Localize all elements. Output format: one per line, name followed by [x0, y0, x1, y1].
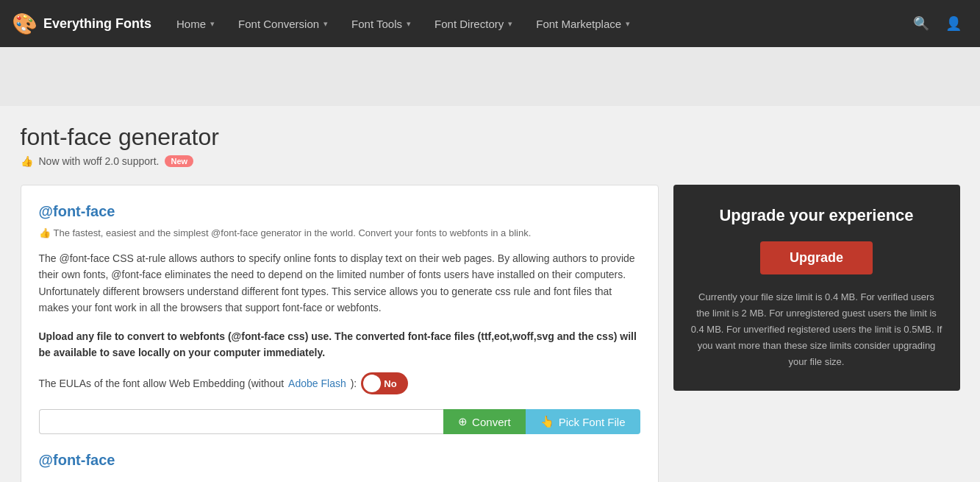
pick-font-icon: 👆: [540, 415, 554, 428]
nav-font-conversion-chevron: ▾: [323, 19, 328, 29]
convert-plus-icon: ⊕: [458, 415, 468, 428]
nav-font-directory-label: Font Directory: [434, 18, 504, 30]
navbar: 🎨 Everything Fonts Home ▾ Font Conversio…: [0, 0, 980, 47]
main-panel: @font-face 👍 The fastest, easiest and th…: [21, 185, 659, 482]
nav-font-marketplace-chevron: ▾: [626, 19, 630, 29]
nav-home-label: Home: [176, 18, 206, 30]
main-container: font-face generator 👍 Now with woff 2.0 …: [9, 106, 972, 482]
page-title: font-face generator: [21, 124, 960, 151]
subtitle-row: 👍 Now with woff 2.0 support. New: [21, 155, 960, 167]
thumb-icon: 👍: [21, 155, 33, 167]
brand-name: Everything Fonts: [43, 16, 151, 32]
upload-notice-bold: Upload any file to convert to webfonts (…: [39, 330, 637, 358]
eula-text-before: The EULAs of the font allow Web Embeddin…: [39, 378, 285, 389]
upload-notice: Upload any file to convert to webfonts (…: [39, 328, 640, 361]
description: The @font-face CSS at-rule allows author…: [39, 250, 640, 316]
pick-font-button[interactable]: 👆 Pick Font File: [526, 409, 640, 434]
nav-font-directory[interactable]: Font Directory ▾: [424, 0, 523, 47]
toggle-knob: [363, 375, 381, 392]
brand-logo[interactable]: 🎨 Everything Fonts: [12, 12, 151, 36]
upgrade-title: Upgrade your experience: [691, 205, 943, 227]
user-button[interactable]: 👤: [939, 9, 968, 38]
nav-font-conversion[interactable]: Font Conversion ▾: [228, 0, 338, 47]
search-button[interactable]: 🔍: [906, 9, 936, 38]
tagline: 👍 The fastest, easiest and the simplest …: [39, 227, 640, 238]
user-icon: 👤: [945, 15, 962, 32]
nav-font-tools-label: Font Tools: [351, 18, 402, 30]
nav-home-chevron: ▾: [210, 19, 215, 29]
nav-font-directory-chevron: ▾: [508, 19, 512, 29]
subtitle-text: Now with woff 2.0 support.: [39, 155, 160, 167]
eula-toggle[interactable]: No: [361, 372, 408, 394]
nav-font-tools-chevron: ▾: [407, 19, 411, 29]
tagline-icon: 👍: [39, 227, 51, 238]
font-face-heading: @font-face: [39, 203, 640, 220]
toggle-label: No: [384, 378, 396, 389]
search-icon: 🔍: [913, 15, 929, 32]
convert-label: Convert: [472, 416, 511, 428]
banner: [0, 47, 980, 106]
nav-font-marketplace-label: Font Marketplace: [536, 18, 621, 30]
convert-button[interactable]: ⊕ Convert: [443, 409, 526, 434]
nav-font-marketplace[interactable]: Font Marketplace ▾: [526, 0, 640, 47]
font-url-input[interactable]: [39, 409, 444, 434]
upgrade-button[interactable]: Upgrade: [760, 241, 873, 274]
content-layout: @font-face 👍 The fastest, easiest and th…: [21, 185, 960, 482]
font-face-heading2: @font-face: [39, 452, 640, 469]
upgrade-description: Currently your file size limit is 0.4 MB…: [691, 289, 943, 370]
pick-font-label: Pick Font File: [559, 416, 626, 428]
adobe-flash-link[interactable]: Adobe Flash: [288, 378, 346, 389]
brand-icon: 🎨: [12, 12, 37, 36]
nav-font-tools[interactable]: Font Tools ▾: [341, 0, 421, 47]
eula-row: The EULAs of the font allow Web Embeddin…: [39, 372, 640, 394]
new-badge: New: [165, 155, 193, 167]
sidebar-panel: Upgrade your experience Upgrade Currentl…: [673, 185, 960, 391]
eula-text-after: ):: [351, 378, 357, 389]
tagline-text: The fastest, easiest and the simplest @f…: [54, 227, 532, 238]
nav-home[interactable]: Home ▾: [166, 0, 225, 47]
navbar-icons: 🔍 👤: [906, 9, 968, 38]
convert-row: ⊕ Convert 👆 Pick Font File: [39, 409, 640, 434]
nav-font-conversion-label: Font Conversion: [238, 18, 319, 30]
